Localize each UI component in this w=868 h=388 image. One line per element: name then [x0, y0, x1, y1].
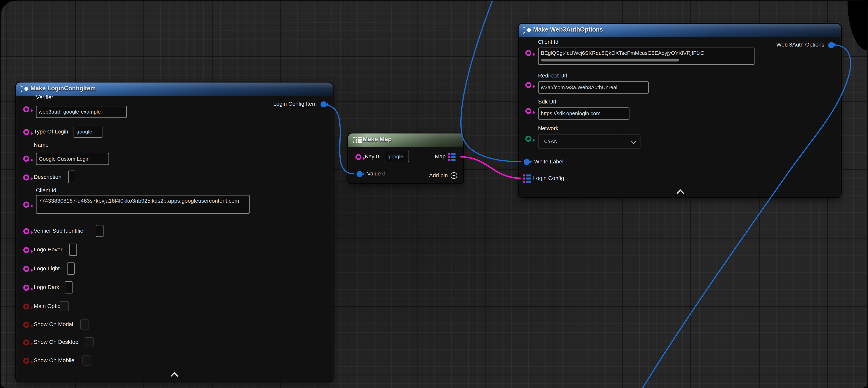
pin-label-description: Description: [34, 174, 61, 180]
pin-label-show-on-desktop: Show On Desktop: [34, 339, 78, 345]
node-header[interactable]: Make Map: [348, 133, 463, 147]
description-field[interactable]: [68, 171, 75, 183]
make-map-icon: [352, 136, 363, 144]
pin-label-show-on-mobile: Show On Mobile: [34, 357, 74, 363]
logo-dark-field[interactable]: [65, 281, 72, 294]
main-option-checkbox[interactable]: [60, 301, 69, 311]
pin-label-logo-light: Logo Light: [34, 265, 60, 271]
pin-label-logo-hover: Logo Hover: [34, 246, 62, 252]
pin-label-login-config: Login Config: [533, 175, 564, 181]
input-pin-show-on-mobile[interactable]: [23, 357, 29, 363]
pin-label-main-option: Main Option: [34, 303, 63, 309]
dropdown-chevron-icon: [631, 139, 636, 144]
pin-label-sdk-url: Sdk Url: [538, 98, 556, 105]
sdk-url-field[interactable]: https://sdk.openlogin.com: [538, 108, 629, 120]
input-pin-client-id[interactable]: [525, 50, 531, 56]
input-pin-name[interactable]: [23, 155, 29, 161]
pin-label-logo-dark: Logo Dark: [34, 284, 59, 290]
verifier-sub-identifier-field[interactable]: [96, 225, 103, 237]
node-make-map[interactable]: Make Map Key 0 google Map Value 0 Add pi…: [348, 133, 463, 183]
show-on-desktop-checkbox[interactable]: [85, 337, 94, 347]
input-pin-sdk-url[interactable]: [525, 108, 531, 114]
input-pin-logo-hover[interactable]: [23, 247, 29, 253]
input-pin-login-config[interactable]: [523, 175, 531, 183]
node-header[interactable]: Make Web3AuthOptions: [519, 24, 841, 37]
client-id-field[interactable]: BEglQSgt4cUWcj6SKRdu5QkOXTsePmMcusG5EAoy…: [538, 48, 754, 65]
pin-label-verifier: Verifier: [36, 94, 53, 100]
graph-background[interactable]: Make LoginConfigItem Login Config Item V…: [1, 1, 867, 388]
input-pin-show-on-modal[interactable]: [23, 321, 29, 327]
make-struct-icon: [523, 26, 532, 34]
output-pin-map[interactable]: [448, 153, 456, 161]
type-of-login-field[interactable]: google: [74, 126, 102, 138]
input-pin-type-of-login[interactable]: [23, 129, 29, 135]
output-pin-web3auth-options[interactable]: [828, 42, 834, 48]
show-on-modal-checkbox[interactable]: [80, 320, 89, 330]
pin-label-type-of-login: Type Of Login: [34, 128, 68, 135]
collapse-node-chevron-icon[interactable]: [676, 189, 684, 197]
client-id-field-scrollbar[interactable]: [541, 59, 679, 61]
node-make-login-config-item[interactable]: Make LoginConfigItem Login Config Item V…: [16, 82, 333, 382]
pin-label-value0: Value 0: [367, 171, 385, 177]
input-pin-logo-light[interactable]: [23, 266, 29, 272]
client-id-field[interactable]: 774338308167-q463s7kpvja16l4l0kko3nb925i…: [36, 195, 250, 214]
pin-label-client-id: Client Id: [36, 187, 56, 193]
input-pin-value0[interactable]: [356, 171, 362, 177]
add-pin-plus-icon[interactable]: [451, 172, 457, 179]
pin-label-network: Network: [538, 125, 558, 131]
pin-label-show-on-modal: Show On Modal: [34, 321, 73, 327]
input-pin-white-label[interactable]: [524, 159, 530, 165]
collapse-node-chevron-icon[interactable]: [170, 372, 178, 380]
key0-field[interactable]: google: [385, 151, 409, 162]
pin-label-client-id: Client Id: [538, 39, 558, 45]
input-pin-client-id[interactable]: [23, 201, 29, 207]
output-pin-label: Login Config Item: [273, 101, 316, 107]
input-pin-verifier-sub-identifier[interactable]: [23, 228, 29, 234]
blueprint-graph-canvas[interactable]: Make LoginConfigItem Login Config Item V…: [0, 0, 868, 388]
pin-label-white-label: White Label: [534, 158, 563, 165]
network-dropdown-value: CYAN: [544, 139, 558, 144]
make-struct-icon: [20, 85, 29, 93]
name-field[interactable]: Google Custom Login: [36, 153, 109, 165]
input-pin-main-option[interactable]: [23, 303, 29, 309]
input-pin-logo-dark[interactable]: [23, 284, 29, 290]
pin-label-redirect-url: Redirect Url: [538, 72, 567, 79]
output-pin-login-config-item[interactable]: [320, 101, 327, 107]
input-pin-show-on-desktop[interactable]: [23, 339, 29, 345]
logo-hover-field[interactable]: [69, 244, 77, 256]
add-pin-label: Add pin: [429, 172, 448, 178]
node-title: Make LoginConfigItem: [30, 85, 96, 91]
output-pin-label: Web 3Auth Options: [776, 41, 824, 48]
pin-label-key0: Key 0: [365, 153, 379, 159]
input-pin-verifier[interactable]: [23, 106, 29, 112]
input-pin-network[interactable]: [525, 136, 531, 142]
logo-light-field[interactable]: [67, 262, 75, 275]
pin-label-verifier-sub-identifier: Verifier Sub Identifier: [34, 228, 85, 234]
node-header[interactable]: Make LoginConfigItem: [16, 82, 333, 96]
network-dropdown[interactable]: CYAN: [538, 134, 641, 149]
node-make-web3auth-options[interactable]: Make Web3AuthOptions Web 3Auth Options C…: [519, 24, 841, 197]
input-pin-description[interactable]: [23, 174, 29, 180]
input-pin-redirect-url[interactable]: [525, 82, 531, 88]
show-on-mobile-checkbox[interactable]: [82, 355, 91, 365]
input-pin-key0[interactable]: [355, 154, 361, 160]
node-title: Make Web3AuthOptions: [533, 26, 603, 33]
verifier-field[interactable]: web3auth-google-example: [36, 106, 127, 118]
redirect-url-field[interactable]: w3a://com.w3a.Web3AuthUnreal: [538, 82, 649, 94]
output-pin-label-map: Map: [435, 153, 446, 159]
node-title: Make Map: [363, 136, 392, 142]
pin-label-name: Name: [34, 142, 49, 148]
